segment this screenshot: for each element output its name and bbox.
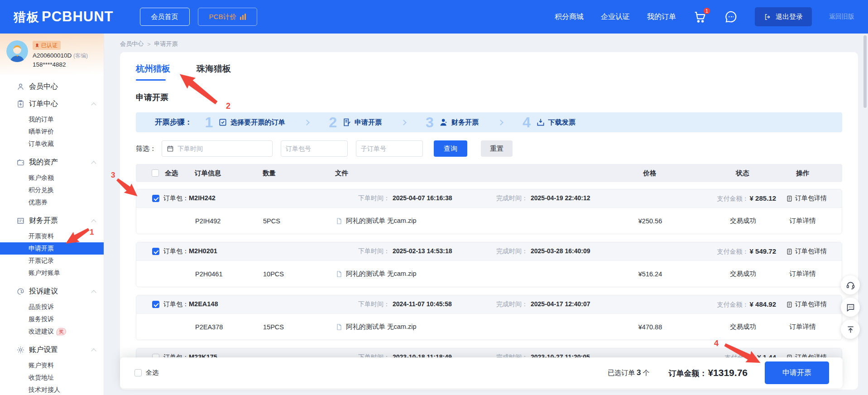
chevron-up-icon bbox=[91, 290, 96, 295]
file-icon bbox=[336, 323, 343, 331]
page-scrollbar[interactable] bbox=[863, 35, 867, 108]
breadcrumb-member-center[interactable]: 会员中心 bbox=[120, 40, 144, 48]
reset-button[interactable]: 重置 bbox=[481, 140, 513, 157]
step-arrow-icon bbox=[401, 120, 407, 125]
account-id: A200600010D (客编) bbox=[33, 52, 88, 60]
nav-points-mall[interactable]: 积分商城 bbox=[555, 12, 584, 22]
package-header-row: 订单包：M2H0201 下单时间：2025-02-13 14:53:18 完成时… bbox=[136, 242, 842, 260]
sidebar-item-order-center[interactable]: 订单中心 bbox=[0, 95, 104, 112]
file-icon bbox=[336, 217, 343, 225]
sidebar-item-account-profile[interactable]: 账户资料 bbox=[0, 359, 104, 371]
sidebar-item-invoice-info[interactable]: 开票资料 bbox=[0, 230, 104, 242]
sidebar-item-apply-invoice[interactable]: 申请开票 bbox=[0, 242, 104, 255]
service-chat-button[interactable] bbox=[724, 10, 738, 24]
step-arrow-icon bbox=[498, 120, 504, 125]
sidebar-item-improvement-suggestion[interactable]: 改进建议 奖 bbox=[0, 325, 104, 337]
step-4: 4 下载发票 bbox=[523, 115, 575, 130]
package-detail-link[interactable]: 订单包详情 bbox=[786, 247, 827, 255]
package-checkbox[interactable] bbox=[152, 248, 159, 255]
order-status: 交易成功 bbox=[730, 270, 756, 278]
nav-enterprise-cert[interactable]: 企业认证 bbox=[601, 12, 630, 22]
package-id: 订单包：M2IH242 bbox=[163, 194, 216, 202]
back-old-version-link[interactable]: 返回旧版 bbox=[829, 13, 854, 21]
pay-amount: 支付金额：¥ 285.12 bbox=[717, 194, 776, 203]
clipboard-icon bbox=[16, 100, 25, 108]
order-price: ¥470.88 bbox=[638, 323, 662, 331]
certified-badge: 已认证 bbox=[33, 41, 61, 50]
sidebar-item-account-statement[interactable]: 账户对账单 bbox=[0, 267, 104, 279]
sidebar-item-complaints[interactable]: 投诉建议 bbox=[0, 283, 104, 300]
package-checkbox[interactable] bbox=[152, 301, 159, 308]
order-date-input[interactable] bbox=[162, 140, 273, 157]
col-qty: 数量 bbox=[263, 169, 276, 178]
step-number: 1 bbox=[205, 115, 213, 130]
sidebar-item-member-center[interactable]: 会员中心 bbox=[0, 78, 104, 95]
submenu-label: 技术对接人 bbox=[29, 386, 60, 394]
cart-button[interactable]: 1 bbox=[693, 10, 707, 24]
sidebar-item-points-exchange[interactable]: 积分兑换 bbox=[0, 184, 104, 196]
order-file-name[interactable]: 阿礼的测试单 无cam.zip bbox=[346, 217, 417, 225]
order-time: 下单时间：2025-02-13 14:53:18 bbox=[358, 247, 452, 255]
package-label: 订单包： bbox=[163, 194, 189, 202]
order-date-field[interactable] bbox=[177, 142, 268, 155]
submenu-label: 品质投诉 bbox=[29, 303, 54, 311]
tab-hangzhou[interactable]: 杭州猎板 bbox=[136, 63, 170, 81]
sidebar-item-account-settings[interactable]: 账户设置 bbox=[0, 341, 104, 358]
sidebar-item-invoice-records[interactable]: 开票记录 bbox=[0, 255, 104, 267]
order-row: P2H0461 10PCS 阿礼的测试单 无cam.zip ¥516.24 交易… bbox=[136, 260, 842, 287]
sidebar: 已认证 A200600010D (客编) 158****4882 会员中心 订单… bbox=[0, 34, 104, 395]
package-detail-link[interactable]: 订单包详情 bbox=[786, 300, 827, 308]
select-orders-icon bbox=[218, 118, 227, 127]
sub-order-no-input[interactable] bbox=[356, 140, 423, 157]
menu-label: 财务开票 bbox=[29, 216, 58, 226]
package-detail-link[interactable]: 订单包详情 bbox=[786, 194, 827, 202]
select-all-label: 全选 bbox=[165, 169, 178, 178]
order-id: P2H0461 bbox=[195, 270, 222, 278]
order-detail-link[interactable]: 订单详情 bbox=[790, 217, 816, 225]
pcb-pricing-button[interactable]: PCB计价 bbox=[198, 8, 258, 26]
sidebar-item-order-favorites[interactable]: 订单收藏 bbox=[0, 138, 104, 150]
avatar[interactable] bbox=[6, 40, 28, 62]
order-detail-link[interactable]: 订单详情 bbox=[790, 270, 816, 278]
sidebar-item-service-complaint[interactable]: 服务投诉 bbox=[0, 313, 104, 325]
sidebar-item-review[interactable]: 晒单评价 bbox=[0, 125, 104, 138]
tab-zhuhai[interactable]: 珠海猎板 bbox=[197, 63, 231, 81]
apply-invoice-button[interactable]: 申请开票 bbox=[765, 361, 829, 384]
back-to-top-icon bbox=[846, 325, 855, 334]
sidebar-item-tech-contact[interactable]: 技术对接人 bbox=[0, 384, 104, 395]
search-button[interactable]: 查询 bbox=[434, 140, 467, 157]
nav-my-orders[interactable]: 我的订单 bbox=[647, 12, 676, 22]
finish-time: 完成时间：2025-04-17 12:40:07 bbox=[496, 300, 590, 308]
account-id-value: A200600010D bbox=[33, 52, 72, 59]
select-all-checkbox[interactable] bbox=[152, 169, 159, 177]
sidebar-item-finance-invoice[interactable]: 财务开票 bbox=[0, 212, 104, 229]
member-home-button[interactable]: 会员首页 bbox=[140, 8, 190, 26]
order-status: 交易成功 bbox=[730, 217, 756, 225]
brand-logo[interactable]: 猎板 PCBHUNT bbox=[14, 9, 114, 25]
logout-icon bbox=[764, 13, 772, 21]
package-checkbox[interactable] bbox=[152, 195, 159, 202]
sidebar-item-shipping-address[interactable]: 收货地址 bbox=[0, 371, 104, 384]
sidebar-item-coupons[interactable]: 优惠券 bbox=[0, 196, 104, 208]
order-time-label: 下单时间： bbox=[358, 194, 390, 202]
sidebar-item-my-orders[interactable]: 我的订单 bbox=[0, 113, 104, 125]
footer-select-all-checkbox[interactable] bbox=[134, 369, 142, 376]
medal-icon bbox=[34, 43, 40, 48]
sidebar-item-quality-complaint[interactable]: 品质投诉 bbox=[0, 301, 104, 313]
order-file-name[interactable]: 阿礼的测试单 无cam.zip bbox=[346, 323, 417, 331]
step-label: 财务开票 bbox=[451, 118, 479, 127]
sidebar-item-my-assets[interactable]: 我的资产 bbox=[0, 154, 104, 171]
menu-label: 会员中心 bbox=[29, 82, 58, 92]
sidebar-item-account-balance[interactable]: 账户余额 bbox=[0, 172, 104, 184]
package-no-input[interactable] bbox=[281, 140, 348, 157]
pay-amount-value: ¥ 484.92 bbox=[750, 300, 776, 308]
back-to-top-button[interactable] bbox=[841, 320, 860, 339]
order-file-name[interactable]: 阿礼的测试单 无cam.zip bbox=[346, 270, 417, 278]
message-button[interactable] bbox=[841, 298, 860, 317]
main-area: 会员中心 > 申请开票 杭州猎板 珠海猎板 申请开票 开票步骤： 1 选择要开票… bbox=[104, 34, 868, 395]
order-detail-link[interactable]: 订单详情 bbox=[790, 323, 816, 331]
logout-button[interactable]: 退出登录 bbox=[755, 7, 812, 26]
order-price: ¥250.56 bbox=[638, 217, 662, 225]
customer-service-button[interactable] bbox=[841, 275, 860, 294]
chevron-up-icon bbox=[91, 348, 96, 353]
